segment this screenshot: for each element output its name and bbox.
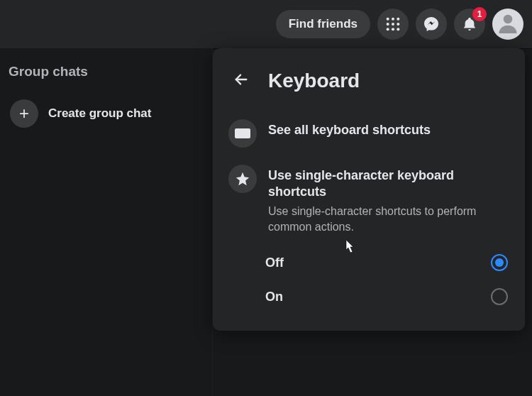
keyboard-settings-panel: Keyboard See all keyboard shortcuts Use … bbox=[213, 48, 525, 331]
option-off-label: Off bbox=[265, 255, 284, 270]
svg-point-3 bbox=[387, 23, 389, 26]
plus-icon: + bbox=[10, 99, 38, 128]
radio-on[interactable] bbox=[491, 288, 508, 305]
single-char-shortcuts-row: Use single-character keyboard shortcuts … bbox=[226, 159, 512, 240]
keyboard-icon bbox=[228, 119, 257, 148]
grid-icon bbox=[385, 16, 401, 32]
star-icon bbox=[228, 165, 257, 193]
single-char-desc: Use single-character shortcuts to perfor… bbox=[268, 204, 509, 234]
panel-title: Keyboard bbox=[268, 70, 360, 92]
create-group-chat-button[interactable]: + Create group chat bbox=[7, 94, 205, 133]
svg-point-8 bbox=[397, 28, 399, 31]
sidebar-title: Group chats bbox=[7, 64, 205, 79]
messenger-button[interactable] bbox=[416, 9, 447, 40]
single-char-title: Use single-character keyboard shortcuts bbox=[268, 167, 509, 199]
person-icon bbox=[497, 12, 519, 36]
panel-header: Keyboard bbox=[227, 67, 512, 95]
svg-point-6 bbox=[387, 28, 389, 31]
notification-badge: 1 bbox=[472, 7, 487, 21]
sidebar: Group chats + Create group chat bbox=[0, 48, 213, 396]
back-button[interactable] bbox=[227, 67, 255, 95]
option-on[interactable]: On bbox=[226, 280, 512, 314]
menu-grid-button[interactable] bbox=[377, 9, 409, 40]
svg-point-9 bbox=[504, 15, 513, 24]
svg-point-4 bbox=[392, 23, 394, 26]
top-bar: Find friends 1 bbox=[0, 0, 532, 48]
find-friends-button[interactable]: Find friends bbox=[276, 10, 370, 38]
svg-point-2 bbox=[397, 18, 399, 21]
svg-point-5 bbox=[397, 23, 399, 26]
notifications-button[interactable]: 1 bbox=[454, 9, 485, 40]
svg-point-1 bbox=[392, 18, 394, 21]
radio-off[interactable] bbox=[491, 254, 508, 271]
see-all-shortcuts-row[interactable]: See all keyboard shortcuts bbox=[226, 114, 512, 153]
arrow-left-icon bbox=[233, 72, 249, 90]
option-off[interactable]: Off bbox=[226, 246, 512, 280]
see-all-shortcuts-label: See all keyboard shortcuts bbox=[268, 122, 509, 138]
account-avatar[interactable] bbox=[492, 9, 523, 40]
option-on-label: On bbox=[265, 290, 283, 304]
create-group-chat-label: Create group chat bbox=[48, 106, 151, 121]
svg-point-0 bbox=[387, 18, 389, 21]
svg-point-7 bbox=[392, 28, 394, 31]
messenger-icon bbox=[423, 16, 440, 33]
